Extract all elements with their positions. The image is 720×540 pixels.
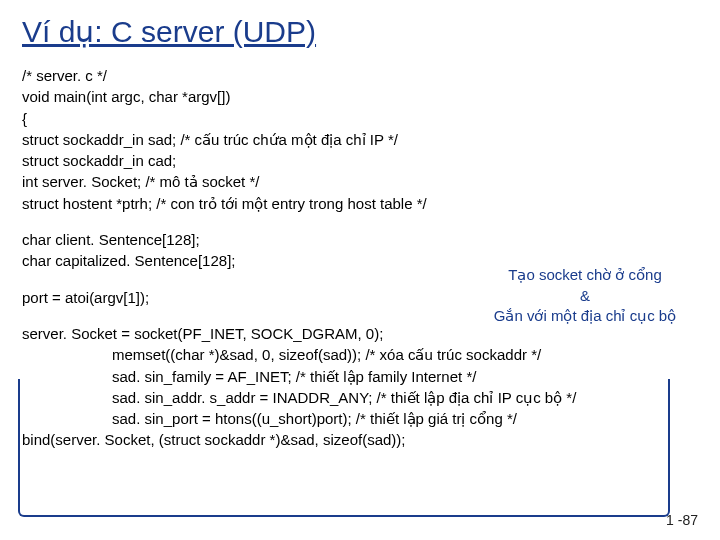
code-line: struct hostent *ptrh; /* con trỏ tới một…: [22, 193, 698, 214]
page-number: 1 -87: [666, 512, 698, 528]
slide: Ví dụ: C server (UDP) /* server. c */ vo…: [0, 0, 720, 540]
code-block: /* server. c */ void main(int argc, char…: [22, 65, 698, 451]
code-line: /* server. c */: [22, 65, 698, 86]
callout-line: &: [460, 286, 710, 307]
code-line: char client. Sentence[128];: [22, 229, 698, 250]
code-line: sad. sin_addr. s_addr = INADDR_ANY; /* t…: [112, 387, 698, 408]
code-line: sad. sin_family = AF_INET; /* thiết lập …: [112, 366, 698, 387]
code-line: bind(server. Socket, (struct sockaddr *)…: [22, 429, 698, 450]
callout-annotation: Tạo socket chờ ở cổng & Gắn với một địa …: [460, 265, 710, 327]
code-line: sad. sin_port = htons((u_short)port); /*…: [112, 408, 698, 429]
code-line: void main(int argc, char *argv[]): [22, 86, 698, 107]
code-line: struct sockaddr_in cad;: [22, 150, 698, 171]
callout-line: Gắn với một địa chỉ cục bộ: [460, 306, 710, 327]
code-line: memset((char *)&sad, 0, sizeof(sad)); /*…: [112, 344, 698, 365]
callout-line: Tạo socket chờ ở cổng: [460, 265, 710, 286]
code-line: struct sockaddr_in sad; /* cấu trúc chứa…: [22, 129, 698, 150]
code-line: int server. Socket; /* mô tả socket */: [22, 171, 698, 192]
code-line: {: [22, 108, 698, 129]
slide-title: Ví dụ: C server (UDP): [22, 14, 698, 49]
